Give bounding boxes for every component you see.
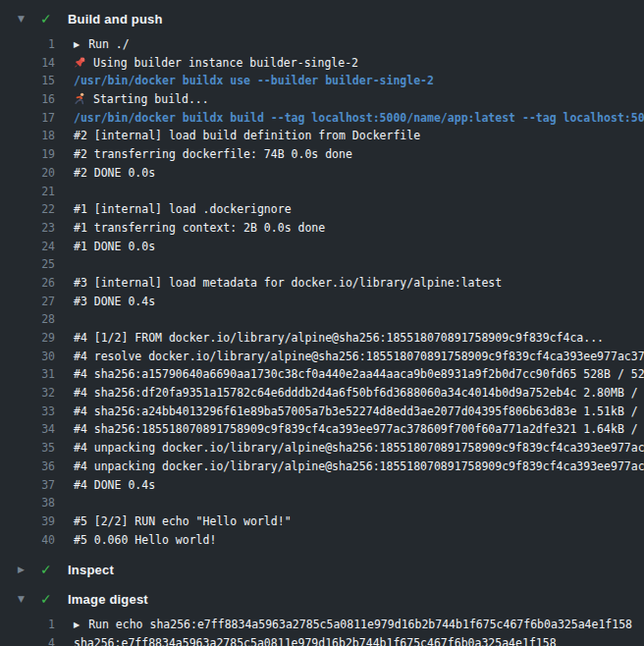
section-header-image-digest[interactable]: ▼✓Image digest	[0, 584, 644, 614]
log-line-text: #4 sha256:df20fa9351a15782c64e6dddb2d4a6…	[74, 386, 644, 400]
log-line: 38	[0, 494, 644, 512]
line-number[interactable]: 35	[0, 439, 69, 458]
line-number[interactable]: 26	[0, 274, 69, 293]
log-line-text: #2 transferring dockerfile: 74B 0.0s don…	[74, 147, 352, 161]
line-number[interactable]: 36	[0, 458, 69, 476]
line-number[interactable]: 28	[0, 310, 69, 329]
log-line: 35#4 unpacking docker.io/library/alpine@…	[0, 439, 644, 458]
log-line-text: #4 sha256:a15790640a6690aa1730c38cf0a440…	[74, 367, 644, 381]
log-line: 26#3 [internal] load metadata for docker…	[0, 274, 644, 293]
log-text: #4 sha256:185518070891758909c9f839cf4ca3…	[69, 420, 644, 439]
log-line: 23#1 transferring context: 2B 0.0s done	[0, 219, 644, 238]
log-line-text: #4 sha256:a24bb4013296f61e89ba57005a7b3e…	[74, 404, 644, 418]
log-text: #4 [1/2] FROM docker.io/library/alpine@s…	[69, 329, 644, 348]
line-number[interactable]: 20	[0, 164, 69, 183]
section-header-build-and-push[interactable]: ▼✓Build and push	[0, 4, 644, 33]
chevron-down-icon[interactable]: ▼	[18, 594, 31, 604]
log-line-text: #4 [1/2] FROM docker.io/library/alpine@s…	[74, 331, 604, 345]
log-line-text: #4 unpacking docker.io/library/alpine@sh…	[74, 441, 644, 455]
line-number[interactable]: 34	[0, 420, 69, 439]
log-line-text: #3 [internal] load metadata for docker.i…	[74, 276, 502, 290]
log-text	[69, 255, 644, 274]
line-number[interactable]: 31	[0, 365, 69, 384]
line-number[interactable]: 39	[0, 512, 69, 531]
log-line: 32#4 sha256:df20fa9351a15782c64e6dddb2d4…	[0, 384, 644, 403]
log-text: #2 DONE 0.0s	[69, 164, 644, 183]
log-line-text: #4 resolve docker.io/library/alpine@sha2…	[74, 350, 644, 363]
log-line: 39#5 [2/2] RUN echo "Hello world!"	[0, 512, 644, 531]
log-line: 29#4 [1/2] FROM docker.io/library/alpine…	[0, 329, 644, 348]
line-number[interactable]: 33	[0, 403, 69, 421]
line-number[interactable]: 25	[0, 255, 69, 274]
log-text: #4 sha256:a15790640a6690aa1730c38cf0a440…	[69, 365, 644, 384]
section-header-inspect[interactable]: ▶✓Inspect	[0, 555, 644, 584]
log-section-build-and-push: ▼✓Build and push1▶Run ./14 Using builder…	[0, 4, 644, 555]
log-line-text: #5 [2/2] RUN echo "Hello world!"	[74, 514, 292, 528]
log-text: #5 0.060 Hello world!	[69, 531, 644, 550]
log-line: 31#4 sha256:a15790640a6690aa1730c38cf0a4…	[0, 365, 644, 384]
log-text: #4 resolve docker.io/library/alpine@sha2…	[69, 348, 644, 366]
log-text: #4 unpacking docker.io/library/alpine@sh…	[69, 439, 644, 458]
expand-group-icon[interactable]: ▶	[74, 36, 80, 54]
line-number[interactable]: 17	[0, 109, 69, 128]
line-number[interactable]: 23	[0, 219, 69, 238]
log-text: #4 sha256:df20fa9351a15782c64e6dddb2d4a6…	[69, 384, 644, 403]
log-line-text: /usr/bin/docker buildx build --tag local…	[74, 111, 644, 125]
line-number[interactable]: 40	[0, 531, 69, 550]
chevron-down-icon[interactable]: ▼	[18, 14, 31, 24]
success-check-icon: ✓	[40, 11, 57, 27]
expand-group-icon[interactable]: ▶	[74, 617, 80, 634]
success-check-icon: ✓	[40, 591, 57, 607]
log-text: #4 DONE 0.4s	[69, 476, 644, 495]
section-title-build-and-push: Build and push	[68, 12, 163, 27]
log-line: 14 Using builder instance builder-single…	[0, 54, 644, 73]
log-line: 21	[0, 183, 644, 201]
pushpin-icon	[74, 56, 86, 69]
success-check-icon: ✓	[40, 562, 57, 577]
log-line: 1▶Run ./	[0, 35, 644, 54]
log-line: 1▶Run echo sha256:e7ff8834a5963a2785c5a0…	[0, 616, 644, 634]
log-line: 22#1 [internal] load .dockerignore	[0, 200, 644, 219]
log-line: 40#5 0.060 Hello world!	[0, 531, 644, 550]
log-text	[69, 183, 644, 201]
log-line: 30#4 resolve docker.io/library/alpine@sh…	[0, 348, 644, 366]
line-number[interactable]: 21	[0, 183, 69, 201]
log-text: #3 [internal] load metadata for docker.i…	[69, 274, 644, 293]
log-text	[69, 494, 644, 512]
log-command-text: /usr/bin/docker buildx build --tag local…	[69, 109, 644, 128]
log-text: ▶Run echo sha256:e7ff8834a5963a2785c5a08…	[69, 616, 644, 634]
line-number[interactable]: 32	[0, 384, 69, 403]
line-number[interactable]: 22	[0, 200, 69, 219]
log-line: 20#2 DONE 0.0s	[0, 164, 644, 183]
workflow-log-viewer: ▼✓Build and push1▶Run ./14 Using builder…	[0, 0, 644, 646]
line-number[interactable]: 14	[0, 54, 69, 73]
log-section-inspect: ▶✓Inspect	[0, 555, 644, 584]
line-number[interactable]: 30	[0, 348, 69, 366]
line-number[interactable]: 16	[0, 90, 69, 109]
line-number[interactable]: 27	[0, 293, 69, 311]
line-number[interactable]: 18	[0, 127, 69, 145]
log-text: #1 [internal] load .dockerignore	[69, 200, 644, 219]
log-block-build-and-push: 1▶Run ./14 Using builder instance builde…	[0, 33, 644, 555]
line-number[interactable]: 1	[0, 616, 69, 634]
line-number[interactable]: 19	[0, 145, 69, 164]
log-line-text: #2 DONE 0.0s	[74, 166, 155, 180]
line-number[interactable]: 38	[0, 494, 69, 512]
line-number[interactable]: 15	[0, 72, 69, 90]
chevron-right-icon[interactable]: ▶	[18, 565, 31, 574]
section-title-inspect: Inspect	[68, 563, 114, 577]
log-line: 16 Starting build...	[0, 90, 644, 109]
log-line-text: Run echo sha256:e7ff8834a5963a2785c5a081…	[88, 618, 632, 631]
log-line-text: #2 [internal] load build definition from…	[74, 129, 420, 142]
log-text	[69, 310, 644, 329]
line-number[interactable]: 1	[0, 35, 69, 54]
line-number[interactable]: 4	[0, 634, 69, 646]
log-line-text: Starting build...	[93, 92, 209, 106]
log-line-text: #1 [internal] load .dockerignore	[74, 202, 292, 216]
line-number[interactable]: 29	[0, 329, 69, 348]
log-line: 37#4 DONE 0.4s	[0, 476, 644, 495]
log-text: #2 transferring dockerfile: 74B 0.0s don…	[69, 145, 644, 164]
log-text: sha256:e7ff8834a5963a2785c5a0811e979d16b…	[69, 634, 644, 646]
line-number[interactable]: 37	[0, 476, 69, 495]
line-number[interactable]: 24	[0, 238, 69, 256]
